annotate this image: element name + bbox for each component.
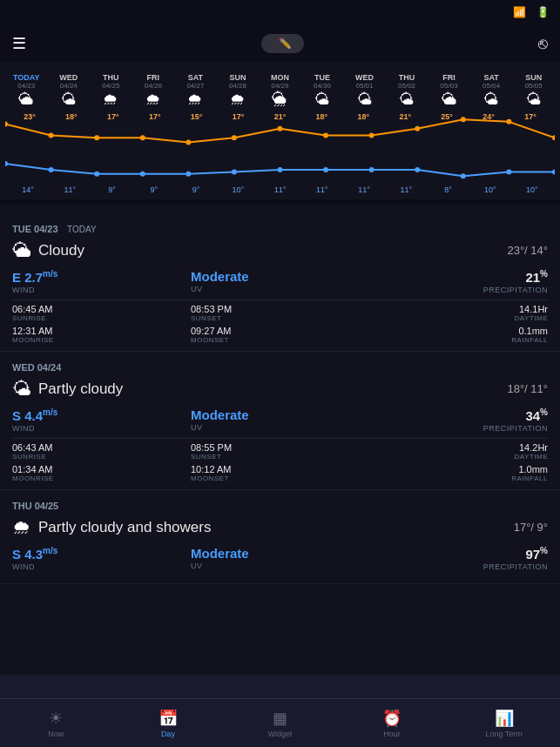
rainfall-cell: 0.1mm RAINFALL: [369, 326, 548, 344]
daily-details: TUE 04/23 TODAY 🌥 Cloudy 23°/ 14° E 2.7m…: [0, 213, 560, 675]
moonset-label: MOONSET: [191, 336, 369, 344]
sunset-value: 08:53 PM: [191, 304, 369, 314]
condition-text: Partly cloudy and showers: [38, 519, 507, 536]
moonrise-value: 12:31 AM: [12, 326, 191, 336]
detail-date: WED 04/24: [12, 362, 61, 373]
moonrise-label: MOONRISE: [12, 336, 191, 344]
uv-value: Moderate: [191, 546, 369, 561]
precip-value: 21%: [369, 269, 548, 285]
uv-value: Moderate: [191, 269, 369, 284]
day-col-11[interactable]: SAT 05/04 🌤: [470, 73, 513, 111]
condition-temps: 17°/ 9°: [514, 521, 548, 534]
precip-label: Precipitation: [369, 286, 548, 294]
day-col-1[interactable]: WED 04/24 🌤: [48, 73, 91, 111]
longterm-nav-icon: 📊: [495, 709, 514, 728]
wind-label: WIND: [12, 424, 191, 433]
uv-label: UV: [191, 285, 369, 293]
sunset-label: SUNSET: [191, 453, 369, 461]
high-temp-0: 23°: [9, 111, 51, 163]
svg-point-23: [461, 173, 466, 178]
precip-cell: 34% Precipitation: [369, 407, 548, 433]
day-col-0[interactable]: TODAY 04/23 🌥: [5, 73, 48, 111]
svg-point-24: [506, 169, 511, 174]
times-row-1: 06:43 AM SUNRISE 08:55 PM SUNSET 14.2Hr …: [12, 442, 548, 461]
precip-label: Precipitation: [369, 562, 548, 571]
day-col-3[interactable]: FRI 04/26 🌧: [132, 73, 175, 111]
edit-icon[interactable]: ✏️: [279, 37, 292, 50]
day-detail-1: WED 04/24 🌤 Partly cloudy 18°/ 11° S 4.4…: [0, 352, 560, 490]
battery-icon: 🔋: [536, 6, 550, 18]
day-col-7[interactable]: TUE 04/30 🌤: [301, 73, 344, 111]
day-col-12[interactable]: SUN 05/05 🌤: [512, 73, 555, 111]
nav-item-longterm[interactable]: 📊 Long Term: [448, 709, 560, 738]
detail-header: WED 04/24: [12, 359, 548, 374]
condition-text: Cloudy: [38, 242, 500, 259]
detail-condition: 🌤 Partly cloudy 18°/ 11°: [12, 378, 548, 400]
nav-item-widget[interactable]: ▦ Widget: [224, 709, 336, 738]
condition-icon: 🌥: [12, 239, 31, 262]
daily-graphic: TODAY 04/23 🌥 WED 04/24 🌤 THU 04/25 🌧 FR…: [0, 71, 560, 199]
daytime-cell: 14.1Hr DAYTIME: [369, 304, 548, 322]
day-col-6[interactable]: MON 04/29 🌦: [259, 73, 301, 111]
nav-item-now[interactable]: ☀ Now: [0, 709, 112, 738]
daytime-label: DAYTIME: [369, 453, 548, 461]
high-temp-3: 17°: [134, 111, 176, 163]
wind-value: S 4.4m/s: [12, 407, 191, 423]
day-col-8[interactable]: WED 05/01 🌤: [343, 73, 386, 111]
svg-point-15: [94, 171, 99, 176]
nav-item-hour[interactable]: ⏰ Hour: [336, 709, 449, 738]
high-temp-10: 25°: [426, 111, 468, 163]
nav-item-day[interactable]: 📅 Day: [112, 709, 225, 738]
detail-condition: 🌧 Partly cloudy and showers 17°/ 9°: [12, 516, 548, 539]
moonset-label: MOONSET: [191, 474, 369, 482]
precip-value: 97%: [369, 546, 548, 562]
svg-point-25: [552, 169, 555, 174]
uv-cell: Moderate UV: [191, 546, 369, 571]
uv-label: UV: [191, 562, 369, 570]
weather-row: S 4.3m/s WIND Moderate UV 97% Precipitat…: [12, 546, 548, 571]
moonrise-cell: 12:31 AM MOONRISE: [12, 326, 191, 344]
day-col-5[interactable]: SUN 04/28 🌧: [217, 73, 260, 111]
menu-icon[interactable]: ☰: [12, 34, 26, 53]
status-bar: 📶 🔋: [0, 0, 560, 24]
high-temp-1: 18°: [51, 111, 92, 163]
wind-cell: S 4.3m/s WIND: [12, 546, 191, 571]
sunset-cell: 08:53 PM SUNSET: [191, 304, 369, 322]
day-col-4[interactable]: SAT 04/27 🌧: [174, 73, 217, 111]
daytime-value: 14.1Hr: [369, 304, 548, 314]
day-col-10[interactable]: FRI 05/03 🌥: [428, 73, 470, 111]
condition-icon: 🌤: [12, 378, 31, 400]
high-temp-2: 17°: [92, 111, 134, 163]
uv-label: UV: [191, 423, 369, 432]
detail-date: THU 04/25: [12, 501, 58, 511]
weather-row: S 4.4m/s WIND Moderate UV 34% Precipitat…: [12, 407, 548, 433]
high-temp-12: 17°: [509, 111, 551, 163]
daily-details-label: [0, 205, 560, 213]
status-right: 📶 🔋: [513, 6, 550, 18]
sunrise-value: 06:43 AM: [12, 442, 191, 453]
day-col-9[interactable]: THU 05/02 🌤: [386, 73, 428, 111]
detail-today: TODAY: [67, 225, 97, 234]
sunrise-value: 06:45 AM: [12, 304, 191, 314]
sunrise-label: SUNRISE: [12, 314, 191, 322]
svg-point-19: [277, 167, 282, 172]
daily-graphic-label: [0, 63, 560, 71]
moonrise-label: MOONRISE: [12, 474, 191, 482]
rainfall-label: RAINFALL: [369, 336, 548, 344]
svg-point-16: [140, 171, 145, 176]
day-nav-label: Day: [161, 730, 175, 738]
detail-condition: 🌥 Cloudy 23°/ 14°: [12, 239, 548, 262]
city-selector[interactable]: ✏️: [261, 34, 304, 53]
bottom-nav: ☀ Now 📅 Day ▦ Widget ⏰ Hour 📊 Long Term: [0, 698, 560, 747]
sunset-label: SUNSET: [191, 314, 369, 322]
now-nav-label: Now: [48, 730, 64, 738]
share-icon[interactable]: ⎋: [538, 35, 548, 53]
moonset-value: 09:27 AM: [191, 326, 369, 336]
precip-value: 34%: [369, 407, 548, 423]
daytime-value: 14.2Hr: [369, 442, 548, 453]
moonset-cell: 09:27 AM MOONSET: [191, 326, 369, 344]
day-col-2[interactable]: THU 04/25 🌧: [90, 73, 132, 111]
daytime-cell: 14.2Hr DAYTIME: [369, 442, 548, 461]
wind-value: E 2.7m/s: [12, 269, 191, 285]
day-detail-0: TUE 04/23 TODAY 🌥 Cloudy 23°/ 14° E 2.7m…: [0, 213, 560, 352]
